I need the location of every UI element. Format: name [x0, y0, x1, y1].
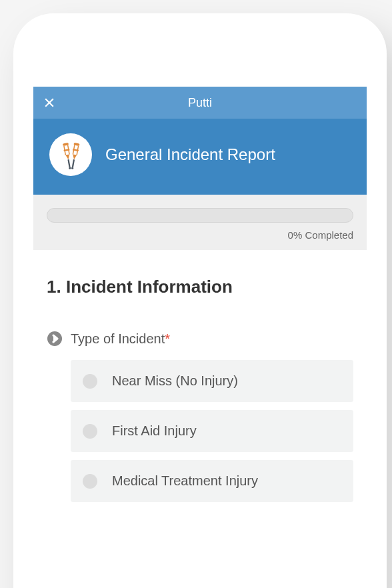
- arrow-right-circle-icon: [47, 331, 63, 347]
- close-button[interactable]: [43, 96, 56, 109]
- option-near-miss[interactable]: Near Miss (No Injury): [71, 360, 353, 402]
- phone-frame: Putti: [13, 13, 387, 588]
- top-bar: Putti: [33, 87, 367, 119]
- radio-icon: [83, 474, 97, 489]
- svg-line-6: [68, 159, 69, 167]
- radio-icon: [83, 374, 97, 389]
- radio-icon: [83, 424, 97, 439]
- form-content: 1. Incident Information Type of Incident…: [33, 250, 367, 502]
- crutches-icon: [56, 140, 85, 169]
- option-label: Medical Treatment Injury: [112, 473, 258, 489]
- option-medical-treatment[interactable]: Medical Treatment Injury: [71, 460, 353, 502]
- app-title: Putti: [188, 96, 212, 110]
- progress-label: 0% Completed: [47, 229, 353, 241]
- app-screen: Putti: [33, 87, 367, 588]
- close-icon: [43, 96, 56, 109]
- options-list: Near Miss (No Injury) First Aid Injury M…: [71, 360, 353, 502]
- question-row: Type of Incident*: [47, 331, 353, 347]
- option-first-aid[interactable]: First Aid Injury: [71, 410, 353, 452]
- progress-bar: [47, 208, 353, 223]
- section-heading: 1. Incident Information: [47, 277, 353, 297]
- form-title: General Incident Report: [105, 145, 275, 164]
- question-text: Type of Incident: [71, 331, 165, 346]
- question-label: Type of Incident*: [71, 331, 170, 347]
- option-label: First Aid Injury: [112, 423, 197, 439]
- option-label: Near Miss (No Injury): [112, 373, 238, 389]
- progress-section: 0% Completed: [33, 195, 367, 250]
- form-header: General Incident Report: [33, 119, 367, 195]
- svg-line-12: [73, 159, 74, 167]
- form-icon-container: [49, 133, 92, 176]
- required-indicator: *: [165, 331, 170, 346]
